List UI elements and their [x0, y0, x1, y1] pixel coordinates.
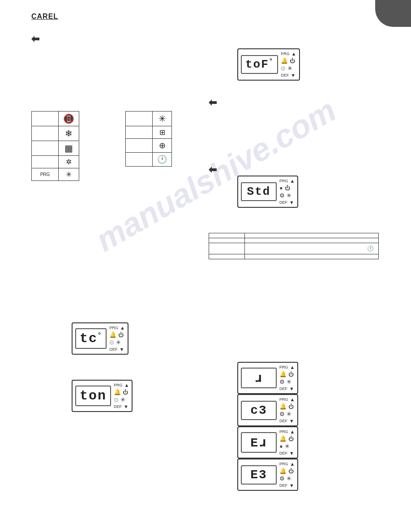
arrow-up-ton: ▲ [124, 382, 129, 388]
corner-decoration [375, 0, 411, 27]
power-icon-ton: ⏻ [123, 389, 128, 395]
prg-label-c3: PRG [279, 397, 288, 402]
arrow-icon-2 [209, 99, 217, 108]
table-cell-label [126, 112, 153, 126]
e3lower-panel-icons: PRG ▲ 🔔 ⏻ ● ✳ DEF ▼ [279, 429, 295, 456]
dot-ton: ⊙ [114, 396, 119, 403]
e3lower-icon-row2: 🔔 ⏻ [279, 435, 294, 442]
std-icon-row1: PRG ▲ [279, 178, 295, 184]
table-row: ▦ [32, 141, 79, 156]
info-cell-4a [209, 254, 245, 259]
dot-icon-tof: ⊙ [281, 65, 286, 72]
gear-icon-std: ⚙ [279, 192, 285, 199]
tof-icon-row4: DEF ▼ [281, 73, 295, 78]
e3upper-text: E3 [250, 468, 267, 482]
star-e3l: ✳ [285, 443, 290, 450]
tc-icon-row1: PRG ▲ [109, 325, 124, 330]
ton-icon-row2: 🔔 ⏻ [114, 389, 128, 395]
prg-label-tc: PRG [109, 326, 118, 330]
table-row: ⊕ [126, 139, 172, 153]
display-ton: ton PRG ▲ 🔔 ⏻ ⊙ ✳ DEF ▼ [72, 380, 133, 412]
table-cell-label [32, 156, 59, 168]
std-text: Std [247, 185, 271, 198]
info-cell-4b [245, 254, 379, 259]
table-cell-label [32, 112, 59, 126]
table-cell-label [126, 139, 153, 153]
arrow-down-tc: ▼ [119, 347, 124, 352]
e3lower-icon-row4: DEF ▼ [279, 450, 294, 456]
arrow-down-tof: ▼ [291, 73, 295, 78]
table-row: 🕐 [209, 243, 379, 254]
bell-icon-tof: 🔔 [281, 57, 288, 64]
table-row: PRG ✳ [32, 168, 79, 181]
info-cell-2a [209, 238, 245, 243]
table-cell-label [32, 126, 59, 141]
e3lower-screen: Eɹ [241, 432, 277, 453]
def-label-ton: DEF [114, 404, 122, 409]
c3-screen: c3 [241, 401, 277, 420]
tof-screen: toF° [241, 55, 278, 74]
table-cell-icon-snowflake2: ✲ [59, 156, 79, 168]
table-cell-icon-hex: ✳ [153, 112, 172, 126]
std-icon-row3: ⚙ ✳ [279, 192, 291, 199]
table-row: ❄ [32, 126, 79, 141]
std-icon-row4: DEF ▼ [279, 200, 294, 205]
std-screen: Std [241, 182, 277, 201]
star-icon-std: ✳ [287, 192, 291, 199]
info-cell-1a [209, 233, 245, 238]
e3upper-icon-row4: DEF ▼ [279, 483, 294, 488]
display-c3: c3 PRG ▲ 🔔 ⏻ ⚙ ✳ DEF ▼ [237, 394, 298, 426]
svg-marker-2 [209, 167, 217, 173]
dot-filled-std: ● [279, 184, 283, 191]
svg-marker-1 [209, 99, 217, 106]
gear-d1: ⚙ [279, 378, 285, 385]
ton-icon-row3: ⊙ ✳ [114, 396, 125, 403]
brand-logo: CAREL [31, 13, 58, 21]
tc-icon-row4: DEF ▼ [109, 347, 124, 352]
e3lower-icon-row3: ● ✳ [279, 443, 290, 450]
e3upper-icon-row2: 🔔 ⏻ [279, 468, 294, 474]
ton-screen: ton [75, 386, 111, 406]
e3upper-screen: E3 [241, 465, 277, 485]
bell-icon-e3u: 🔔 [279, 468, 287, 474]
bell-icon-d1: 🔔 [279, 371, 287, 378]
c3-icon-row4: DEF ▼ [279, 418, 294, 424]
e3upper-icon-row3: ⚙ ✳ [279, 475, 291, 482]
e3lower-icon-row1: PRG ▲ [279, 429, 295, 434]
e3upper-icon-row1: PRG ▲ [279, 461, 295, 467]
table-cell-label [126, 126, 153, 139]
power-icon-e3l: ⏻ [288, 436, 294, 442]
table-row: ⊞ [126, 126, 172, 139]
table-row [209, 233, 379, 238]
table-cell-icon-clock: 🕐 [153, 153, 172, 167]
ton-icon-row1: PRG ▲ [114, 382, 129, 388]
table-cell-icon-snowflake: ❄ [59, 126, 79, 141]
prg-label-e3l: PRG [279, 429, 288, 434]
def-label-tc: DEF [109, 347, 117, 352]
d1-panel-icons: PRG ▲ 🔔 ⏻ ⚙ ✳ DEF ▼ [279, 365, 295, 391]
gear-c3: ⚙ [279, 411, 285, 417]
arrow-down-c3: ▼ [289, 418, 294, 424]
display-tof: toF° PRG ▲ 🔔 ⏻ ⊙ ✳ DEF ▼ [237, 48, 300, 81]
info-table: 🕐 [209, 233, 379, 259]
info-cell-3a [209, 243, 245, 254]
tof-panel-icons: PRG ▲ 🔔 ⏻ ⊙ ✳ DEF ▼ [281, 51, 296, 78]
e3lower-text: Eɹ [250, 436, 267, 450]
c3-text: c3 [250, 403, 267, 417]
power-icon-d1: ⏻ [288, 371, 294, 378]
prg-label-std: PRG [279, 179, 288, 183]
table-cell-icon-h: ⊕ [153, 139, 172, 153]
tc-icon-row2: 🔔 ⏻ [109, 331, 124, 338]
arrow-down-e3l: ▼ [289, 450, 294, 456]
display-e3lower: Eɹ PRG ▲ 🔔 ⏻ ● ✳ DEF ▼ [237, 426, 298, 459]
arrow-up-d1: ▲ [290, 365, 295, 370]
arrow-icon-1 [31, 35, 39, 44]
dot-filled-e3l: ● [279, 443, 283, 450]
table-row [209, 254, 379, 259]
d1-text: ɹ [255, 372, 263, 386]
d1-screen: ɹ [241, 368, 277, 388]
d1-icon-row1: PRG ▲ [279, 365, 295, 370]
ton-panel-icons: PRG ▲ 🔔 ⏻ ⊙ ✳ DEF ▼ [114, 382, 129, 409]
c3-icon-row3: ⚙ ✳ [279, 411, 291, 417]
svg-marker-0 [31, 36, 39, 42]
